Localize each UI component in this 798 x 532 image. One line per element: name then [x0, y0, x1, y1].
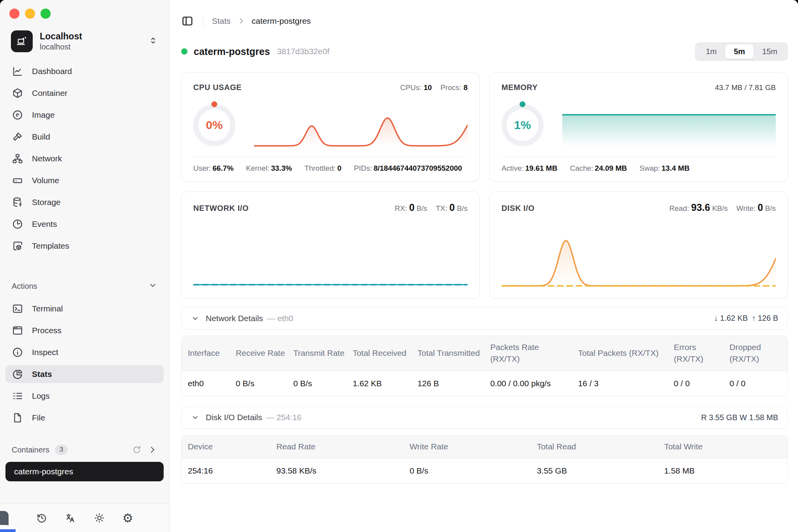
container-id: 3817d3b32e0f: [277, 47, 329, 56]
section-subtitle: — eth0: [267, 314, 293, 323]
sidebar-item-templates[interactable]: Templates: [5, 237, 164, 255]
page-title: caterm-postgres: [194, 46, 270, 57]
sidebar-item-build[interactable]: Build: [5, 128, 164, 146]
cell: 16 / 3: [574, 371, 670, 396]
breadcrumb-chevron-icon: [237, 17, 245, 25]
pie-chart-icon: [12, 368, 23, 380]
chevron-down-icon: [191, 413, 200, 422]
sidebar-item-storage[interactable]: Storage: [5, 193, 164, 211]
sidebar-item-network[interactable]: Network: [5, 150, 164, 168]
sidebar-item-container[interactable]: Container: [5, 84, 164, 102]
cpu-usage-card: CPU USAGE CPUs: 10 Procs: 8 0% User:66.7…: [181, 72, 480, 182]
sidebar-item-file[interactable]: File: [5, 409, 164, 427]
container-name: caterm-postgres: [14, 467, 73, 476]
translate-icon[interactable]: [65, 512, 76, 524]
network-details-table: InterfaceReceive RateTransmit RateTotal …: [181, 336, 788, 396]
sidebar-item-label: Terminal: [32, 304, 63, 313]
sidebar-item-label: File: [32, 413, 45, 422]
history-icon[interactable]: [36, 512, 48, 524]
workspace-selector-icon[interactable]: [148, 35, 158, 47]
cache-stat: Cache:24.09 MB: [570, 164, 627, 173]
topbar: Stats caterm-postgres: [181, 14, 788, 28]
memory-sparkline: [562, 102, 776, 148]
throttled-stat: Throttled:0: [304, 164, 341, 173]
network-sparkline: [193, 219, 468, 290]
chevron-down-icon: [191, 314, 200, 323]
section-title: Disk I/O Details: [206, 413, 262, 422]
sidebar-item-label: Logs: [32, 391, 50, 401]
container-header: caterm-postgres 3817d3b32e0f 1m 5m 15m: [181, 42, 788, 61]
container-list-item-caterm-postgres[interactable]: caterm-postgres: [5, 462, 164, 481]
card-title: DISK I/O: [501, 204, 535, 213]
cell: 93.58 KB/s: [272, 458, 406, 484]
gear-icon[interactable]: ⚙: [122, 512, 133, 524]
cell: eth0: [182, 371, 232, 396]
sidebar-item-logs[interactable]: Logs: [5, 387, 164, 405]
gauge-dot: [520, 101, 526, 107]
sidebar-item-stats[interactable]: Stats: [5, 365, 164, 383]
chevron-down-icon: [148, 281, 157, 292]
sidebar-item-process[interactable]: Process: [5, 322, 164, 339]
column-header: Interface: [182, 336, 232, 371]
containers-count-badge: 3: [55, 445, 68, 455]
sidebar-item-label: Inspect: [32, 348, 58, 357]
sun-icon[interactable]: [94, 512, 105, 524]
corner-decoration: [0, 508, 16, 532]
gauge-value: 1%: [514, 118, 531, 132]
cell: 0 / 0: [670, 371, 726, 396]
minimize-window-button[interactable]: [25, 9, 35, 19]
sidebar-item-image[interactable]: Image: [5, 106, 164, 124]
main-content: Stats caterm-postgres caterm-postgres 38…: [169, 0, 798, 532]
rx-stat: RX: 0 B/s: [395, 202, 427, 213]
actions-section-header[interactable]: Actions: [12, 281, 157, 292]
column-header: Packets Rate (RX/TX): [486, 336, 574, 371]
column-header: Transmit Rate: [290, 336, 349, 371]
sidebar-item-dashboard[interactable]: Dashboard: [5, 62, 164, 80]
sidebar-item-label: Container: [32, 88, 67, 98]
column-header: Device: [182, 435, 272, 458]
workspace-switcher[interactable]: Localhost localhost: [11, 30, 158, 52]
terminal-icon: [12, 303, 23, 315]
disc-icon: [12, 109, 23, 121]
breadcrumb-section[interactable]: Stats: [212, 16, 231, 26]
list-icon: [12, 390, 23, 402]
sidebar-item-events[interactable]: Events: [5, 215, 164, 233]
time-range-15m[interactable]: 15m: [754, 44, 786, 59]
cell: 0.00 / 0.00 pkg/s: [486, 371, 574, 396]
memory-usage: 43.7 MB / 7.81 GB: [715, 83, 776, 92]
window-icon: [12, 325, 23, 336]
workspace-name: Localhost: [40, 31, 148, 42]
pie-clock-icon: [12, 218, 23, 230]
breadcrumb-item: caterm-postgres: [252, 16, 311, 26]
table-row: 254:1693.58 KB/s0 B/s3.55 GB1.58 MB: [182, 458, 787, 484]
user-stat: User:66.7%: [193, 164, 233, 173]
container-cube-icon: [12, 87, 23, 99]
chevron-right-icon[interactable]: [147, 445, 157, 455]
file-icon: [12, 412, 23, 424]
total-down: ↓ 1.62 KB: [714, 314, 748, 323]
sidebar-item-volume[interactable]: Volume: [5, 171, 164, 189]
read-stat: Read: 93.6 KB/s: [669, 202, 728, 213]
cpu-gauge: 0%: [193, 104, 235, 146]
section-title: Network Details: [206, 314, 263, 323]
zoom-window-button[interactable]: [41, 9, 51, 19]
sidebar-toggle-icon[interactable]: [181, 15, 194, 27]
column-header: Write Rate: [406, 435, 533, 458]
time-range-1m[interactable]: 1m: [697, 44, 725, 59]
divider: [203, 15, 203, 27]
time-range-5m[interactable]: 5m: [725, 44, 754, 59]
window-controls: [0, 0, 169, 19]
close-window-button[interactable]: [9, 9, 19, 19]
workspace-host: localhost: [40, 42, 148, 52]
sidebar-item-inspect[interactable]: Inspect: [5, 343, 164, 361]
actions-list: Terminal Process Inspect Stats Logs File: [5, 300, 164, 431]
write-stat: Write: 0 B/s: [736, 202, 776, 213]
sidebar-item-terminal[interactable]: Terminal: [5, 300, 164, 318]
cell: 254:16: [182, 458, 272, 484]
refresh-icon[interactable]: [132, 445, 142, 455]
network-details-header[interactable]: Network Details — eth0 ↓ 1.62 KB ↑ 126 B: [181, 307, 788, 329]
disk-details-header[interactable]: Disk I/O Details — 254:16 R 3.55 GB W 1.…: [181, 407, 788, 429]
stats-cards: CPU USAGE CPUs: 10 Procs: 8 0% User:66.7…: [181, 72, 788, 299]
database-icon: [12, 196, 23, 208]
sidebar-nav: Dashboard Container Image Build Network …: [5, 62, 164, 259]
